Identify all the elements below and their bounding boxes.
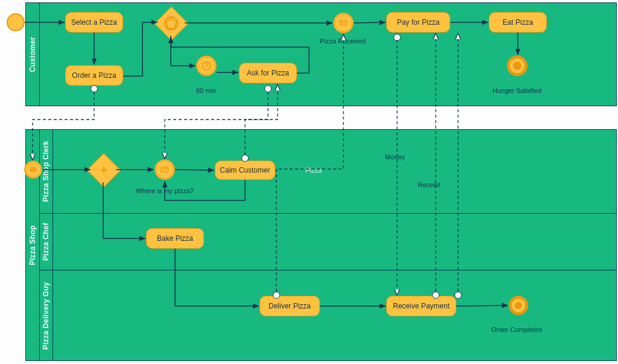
task-bake-pizza: Bake Pizza [146, 228, 204, 249]
timer-label: 60 min [196, 87, 216, 94]
pool-shop-title: Pizza Shop [28, 225, 37, 265]
msg-label-money: Money [385, 153, 405, 161]
envelope-icon [339, 18, 348, 27]
clock-icon [201, 60, 212, 71]
task-receive-payment: Receive Payment [386, 296, 456, 316]
msgdot-calm [241, 155, 249, 162]
msgdot-ask [264, 85, 272, 92]
task-eat-pizza: Eat Pizza [489, 12, 547, 33]
task-select-pizza: Select a Pizza [65, 12, 123, 33]
lane-chef: Pizza Chef [39, 213, 616, 270]
pentagon-icon [160, 12, 183, 35]
end-event-hunger [507, 56, 527, 76]
msg-received-label: Pizza Received [320, 37, 366, 45]
lane-clerk-title: Pizza Shop Clerk [42, 141, 50, 202]
msg-label-receipt: Receipt [418, 181, 440, 188]
task-deliver-pizza: Deliver Pizza [260, 296, 320, 316]
start-msg-event-shop [24, 161, 42, 179]
svg-marker-1 [166, 18, 177, 29]
msgdot-money [393, 34, 401, 41]
lane-clerk: Pizza Shop Clerk [39, 130, 616, 213]
msg-label-pizza: Pizza [305, 167, 322, 174]
timer-event-60min [196, 56, 217, 76]
end-event-order-completed [509, 296, 528, 315]
pool-customer-head: Customer [26, 3, 40, 106]
task-order-pizza: Order a Pizza [65, 65, 123, 86]
where-label: Where is my pizza? [136, 187, 194, 194]
task-pay-for-pizza: Pay for Pizza [386, 12, 450, 33]
envelope-icon [160, 165, 169, 174]
lane-delivery: Pizza Delivery Guy [39, 270, 616, 361]
msgdot-order [91, 85, 98, 92]
envelope-icon [29, 165, 37, 173]
pool-customer-title: Customer [28, 37, 37, 72]
msgdot-pizza [273, 292, 280, 299]
start-event-customer [7, 13, 25, 31]
end-label-hunger: Hunger Satisfied [492, 87, 541, 94]
msg-event-where-is-pizza [154, 159, 175, 180]
lane-chef-title: Pizza Chef [42, 223, 50, 261]
msgdot-recv1 [432, 292, 439, 299]
lane-chef-head: Pizza Chef [39, 214, 53, 270]
lane-delivery-head: Pizza Delivery Guy [39, 270, 53, 361]
plus-icon: + [92, 159, 115, 182]
msgdot-recv2 [454, 292, 462, 299]
end-label-order-done: Order Completed [491, 326, 542, 333]
task-calm-customer: Calm Customer [215, 161, 275, 180]
task-ask-for-pizza: Ask for Pizza [239, 63, 297, 83]
msg-event-pizza-received [333, 13, 354, 33]
lane-delivery-title: Pizza Delivery Guy [42, 282, 50, 350]
